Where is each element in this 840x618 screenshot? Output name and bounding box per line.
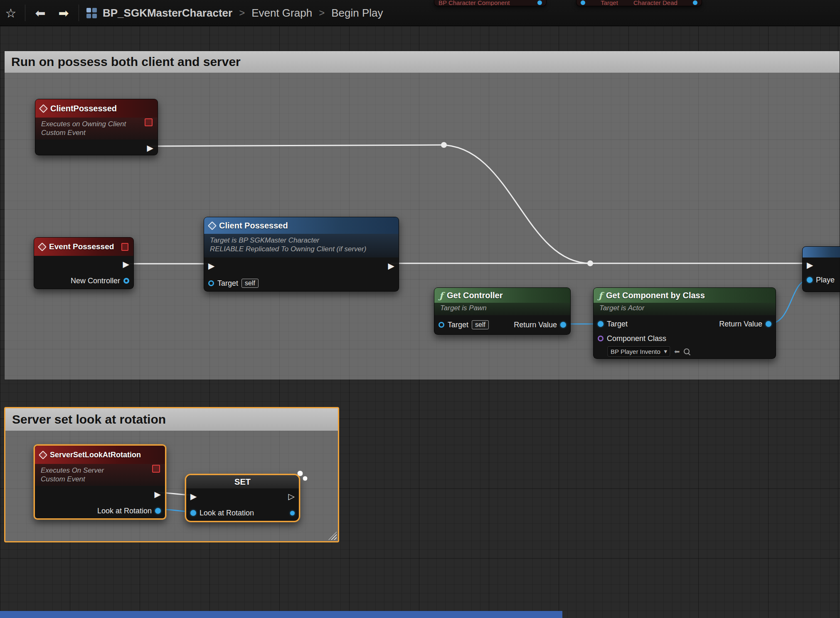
- look-at-rotation-pin[interactable]: [155, 508, 161, 514]
- exec-in-pin[interactable]: [190, 492, 197, 500]
- toolbar-divider: [25, 5, 25, 21]
- pin-row: [35, 486, 165, 503]
- node-serversetlookatrotation[interactable]: ServerSetLookAtRotation Executes On Serv…: [34, 444, 166, 520]
- node-description: Executes On Server Custom Event: [35, 464, 165, 486]
- pin-row: [204, 258, 399, 274]
- exec-out-pin[interactable]: [123, 260, 129, 268]
- pin-row: New Controller: [34, 272, 133, 289]
- pin-row: Target Return Value: [594, 315, 776, 333]
- graph-type-icon: [86, 8, 97, 18]
- node-partial-right[interactable]: Playe: [802, 246, 840, 292]
- pin-row: Component Class: [594, 333, 776, 344]
- node-header: Get Controller: [434, 288, 570, 303]
- component-class-pin[interactable]: [598, 336, 604, 341]
- breadcrumb-event-graph[interactable]: Event Graph: [251, 7, 312, 20]
- pin-label: Component Class: [607, 334, 666, 343]
- node-header: [803, 247, 840, 258]
- breadcrumb-begin-play[interactable]: Begin Play: [331, 7, 383, 20]
- new-controller-pin[interactable]: [123, 278, 129, 284]
- node-description: Executes on Owning Client Custom Event: [35, 118, 158, 140]
- exec-out-pin[interactable]: [388, 262, 394, 270]
- chevron-down-icon: [664, 348, 667, 355]
- pin-label: Return Value: [514, 321, 557, 329]
- pin-label: New Controller: [71, 277, 120, 285]
- delegate-pin[interactable]: [121, 243, 128, 251]
- pin-row: [35, 140, 158, 156]
- node-title: ClientPossessed: [50, 104, 117, 113]
- bottom-accent-bar: [0, 611, 562, 618]
- exec-out-pin[interactable]: [155, 490, 161, 498]
- target-default-value[interactable]: self: [472, 320, 489, 329]
- pin-row: [803, 258, 840, 272]
- graph-toolbar: BP_SGKMasterCharacter > Event Graph > Be…: [0, 0, 840, 26]
- node-description: Target is Actor: [594, 303, 776, 315]
- blueprint-graph-canvas[interactable]: Run on possess both client and server Se…: [0, 0, 840, 618]
- comment-title: Run on possess both client and server: [11, 55, 241, 69]
- node-partial-top-left[interactable]: BP Character Component: [434, 0, 547, 6]
- breadcrumb: BP_SGKMasterCharacter > Event Graph > Be…: [103, 7, 383, 20]
- node-header: SET: [186, 475, 299, 488]
- browse-icon[interactable]: [684, 348, 690, 354]
- comment-title: Server set look at rotation: [12, 412, 166, 427]
- navigate-forward-icon[interactable]: [52, 0, 75, 26]
- pin-label: Playe: [816, 276, 835, 284]
- pin-label: Return Value: [719, 320, 762, 329]
- event-icon: [39, 450, 47, 459]
- target-pin[interactable]: [208, 280, 214, 286]
- event-icon: [38, 242, 47, 251]
- output-pin[interactable]: [537, 0, 542, 5]
- node-get-component-by-class[interactable]: Get Component by Class Target is Actor T…: [593, 287, 776, 359]
- node-clientpossessed-event[interactable]: ClientPossessed Executes on Owning Clien…: [35, 99, 158, 155]
- navigate-back-icon[interactable]: [29, 0, 52, 26]
- node-description: Target is BP SGKMaster Character RELIABL…: [204, 234, 399, 258]
- input-pin[interactable]: [581, 0, 585, 5]
- comment-header[interactable]: Run on possess both client and server: [5, 51, 840, 73]
- favorite-star-icon[interactable]: [0, 0, 22, 26]
- node-event-possessed[interactable]: Event Possessed New Controller: [34, 237, 134, 289]
- node-set-look-at-rotation[interactable]: SET Look at Rotation: [185, 474, 300, 522]
- output-pin[interactable]: [693, 0, 697, 5]
- delegate-pin[interactable]: [152, 465, 160, 473]
- target-pin[interactable]: [438, 322, 444, 328]
- node-title: SET: [234, 477, 251, 487]
- delegate-pin[interactable]: [145, 118, 153, 126]
- node-title: Client Possessed: [219, 221, 288, 231]
- target-pin[interactable]: [598, 321, 604, 327]
- return-value-pin[interactable]: [560, 322, 566, 328]
- look-at-rotation-out-pin[interactable]: [290, 511, 295, 515]
- pin-row: Target self: [204, 274, 399, 292]
- event-icon: [208, 221, 217, 230]
- pin-label: Target: [607, 320, 628, 329]
- event-icon: [39, 104, 48, 113]
- component-class-dropdown[interactable]: BP Player Invento: [608, 346, 670, 356]
- exec-out-pin[interactable]: [288, 492, 295, 500]
- node-partial-top-right[interactable]: Target Character Dead: [576, 0, 702, 6]
- node-get-controller[interactable]: Get Controller Target is Pawn Target sel…: [434, 287, 571, 335]
- target-default-value[interactable]: self: [241, 279, 259, 288]
- function-icon: [439, 291, 443, 300]
- pin-label: Target: [217, 279, 238, 288]
- node-client-possessed-call[interactable]: Client Possessed Target is BP SGKMaster …: [204, 217, 399, 292]
- node-header: ClientPossessed: [35, 99, 158, 118]
- breadcrumb-separator: >: [239, 7, 245, 19]
- pin-label: Target: [448, 321, 468, 329]
- breadcrumb-blueprint[interactable]: BP_SGKMasterCharacter: [103, 7, 232, 20]
- exec-in-pin[interactable]: [208, 262, 214, 270]
- pin-row: Look at Rotation: [186, 504, 299, 522]
- node-header: Client Possessed: [204, 217, 399, 234]
- exec-out-pin[interactable]: [147, 144, 153, 152]
- reset-to-default-icon[interactable]: [674, 348, 680, 356]
- comment-header[interactable]: Server set look at rotation: [5, 408, 338, 431]
- pin-row: [34, 256, 133, 272]
- node-title: Event Possessed: [49, 242, 114, 251]
- player-pin[interactable]: [807, 277, 813, 283]
- node-header: Get Component by Class: [594, 288, 776, 303]
- look-at-rotation-in-pin[interactable]: [190, 510, 196, 516]
- node-description: Target is Pawn: [434, 303, 570, 315]
- exec-in-pin[interactable]: [807, 261, 813, 269]
- node-header: Event Possessed: [34, 238, 133, 256]
- pin-row: Look at Rotation: [35, 503, 165, 519]
- pin-row: [186, 488, 299, 504]
- node-title: Get Controller: [447, 291, 503, 300]
- return-value-pin[interactable]: [766, 321, 771, 327]
